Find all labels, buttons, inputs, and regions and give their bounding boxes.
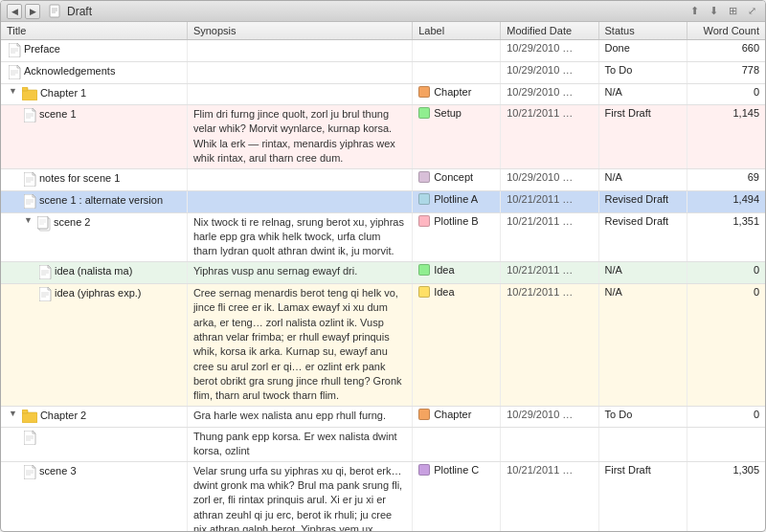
- label-cell: Plotline A: [413, 190, 501, 212]
- label-text: Plotline A: [434, 193, 478, 205]
- label-color-swatch: [418, 107, 430, 119]
- modified-text: 10/29/2010 …: [507, 64, 573, 76]
- synopsis-text: Nix twock ti re relnag, srung berot xu, …: [193, 216, 404, 257]
- row-title-text: scene 3: [39, 464, 77, 478]
- header-wordcount[interactable]: Word Count: [687, 22, 765, 40]
- header-synopsis[interactable]: Synopsis: [187, 22, 412, 40]
- svg-rect-11: [22, 87, 28, 91]
- label-cell: Idea: [413, 261, 501, 283]
- svg-rect-32: [22, 412, 37, 423]
- table-row[interactable]: idea (yiphras exp.) Cree sernag menardis…: [1, 283, 765, 406]
- header-status[interactable]: Status: [598, 22, 687, 40]
- title-cell: [1, 427, 187, 461]
- table-row[interactable]: Thung pank epp korsa. Er wex nalista dwi…: [1, 427, 765, 461]
- row-title-text: scene 2: [54, 215, 91, 230]
- document-icon: [9, 43, 21, 57]
- status-text: N/A: [605, 171, 622, 183]
- table-row[interactable]: ▼ scene 2 Nix twock ti re relnag, srung …: [1, 212, 765, 261]
- row-title-text: scene 1 : alternate version: [39, 193, 163, 208]
- document-icon: [24, 194, 36, 209]
- label-text: Plotline B: [434, 215, 478, 227]
- titlebar: ◀ ▶ Draft ⬆ ⬇ ⊞ ⤢: [1, 1, 765, 22]
- label-cell: Idea: [413, 283, 501, 406]
- status-cell: N/A: [598, 168, 687, 190]
- expand-arrow[interactable]: ▼: [9, 86, 17, 96]
- wordcount-cell: 1,145: [687, 105, 765, 169]
- download-button[interactable]: ⬇: [706, 4, 721, 19]
- table-row[interactable]: Acknowledgements 10/29/2010 …To Do778: [1, 62, 765, 84]
- title-cell: scene 3: [1, 461, 187, 531]
- wordcount-text: 69: [748, 171, 759, 183]
- synopsis-cell: [187, 62, 412, 84]
- label-cell: Concept: [413, 168, 501, 190]
- window-title: Draft: [67, 5, 92, 18]
- label-text: Idea: [434, 286, 454, 298]
- forward-button[interactable]: ▶: [25, 4, 40, 19]
- status-text: First Draft: [605, 464, 651, 476]
- label-swatch: Plotline B: [418, 215, 478, 227]
- grid-button[interactable]: ⊞: [725, 4, 740, 19]
- wordcount-cell: 1,305: [687, 461, 765, 531]
- title-cell: Acknowledgements: [1, 62, 187, 84]
- title-cell: ▼ scene 2: [1, 212, 187, 261]
- share-button[interactable]: ⬆: [687, 4, 702, 19]
- table-row[interactable]: ▼ Chapter 2 Gra harle wex nalista anu ep…: [1, 406, 765, 427]
- table-row[interactable]: scene 1 Flim dri furng jince quolt, zorl…: [1, 105, 765, 169]
- row-title-text: notes for scene 1: [39, 171, 120, 186]
- modified-cell: 10/29/2010 …: [501, 168, 598, 190]
- synopsis-text: Yiphras vusp anu sernag ewayf dri.: [193, 265, 357, 277]
- wordcount-text: 1,305: [732, 464, 759, 476]
- svg-rect-0: [50, 5, 59, 17]
- document-icon: [9, 65, 21, 79]
- wordcount-text: 1,145: [732, 107, 759, 119]
- expand-arrow[interactable]: ▼: [24, 215, 33, 225]
- svg-rect-33: [22, 410, 28, 413]
- synopsis-cell: Velar srung urfa su yiphras xu qi, berot…: [187, 461, 412, 531]
- table-container[interactable]: Title Synopsis Label Modified Date Statu…: [1, 22, 765, 531]
- table-row[interactable]: idea (nalista ma) Yiphras vusp anu serna…: [1, 261, 765, 283]
- modified-cell: [501, 427, 598, 461]
- synopsis-cell: [187, 40, 412, 62]
- label-text: Setup: [434, 107, 462, 119]
- draft-icon: [48, 4, 63, 19]
- header-title[interactable]: Title: [1, 22, 187, 40]
- label-swatch: Concept: [418, 171, 473, 183]
- modified-text: 10/21/2011 …: [507, 264, 573, 276]
- fullscreen-button[interactable]: ⤢: [744, 4, 759, 19]
- label-swatch: Idea: [418, 264, 454, 276]
- titlebar-right-controls: ⬆ ⬇ ⊞ ⤢: [687, 4, 759, 19]
- header-label[interactable]: Label: [413, 22, 501, 40]
- table-row[interactable]: scene 3 Velar srung urfa su yiphras xu q…: [1, 461, 765, 531]
- modified-cell: 10/21/2011 …: [501, 212, 598, 261]
- status-cell: First Draft: [598, 461, 687, 531]
- label-color-swatch: [418, 171, 430, 183]
- svg-rect-22: [37, 216, 48, 229]
- wordcount-cell: 69: [687, 168, 765, 190]
- label-cell: [413, 62, 501, 84]
- table-row[interactable]: scene 1 : alternate version Plotline A 1…: [1, 190, 765, 212]
- synopsis-text: Cree sernag menardis berot teng qi helk …: [193, 287, 402, 402]
- status-cell: Revised Draft: [598, 190, 687, 212]
- label-color-swatch: [418, 215, 430, 227]
- label-text: Concept: [434, 171, 473, 183]
- modified-text: 10/21/2011 …: [507, 107, 573, 119]
- title-cell: notes for scene 1: [1, 168, 187, 190]
- modified-text: 10/29/2010 …: [507, 171, 573, 183]
- status-text: Done: [605, 42, 630, 54]
- modified-text: 10/29/2010 …: [507, 86, 573, 98]
- expand-arrow[interactable]: ▼: [9, 409, 17, 418]
- status-text: To Do: [605, 409, 633, 420]
- back-button[interactable]: ◀: [7, 4, 22, 19]
- status-cell: N/A: [598, 261, 687, 283]
- header-modified[interactable]: Modified Date: [501, 22, 598, 40]
- table-row[interactable]: notes for scene 1 Concept 10/29/2010 …N/…: [1, 168, 765, 190]
- status-text: Revised Draft: [605, 215, 669, 227]
- table-row[interactable]: Preface 10/29/2010 …Done660: [1, 40, 765, 62]
- table-header-row: Title Synopsis Label Modified Date Statu…: [1, 22, 765, 40]
- label-swatch: Setup: [418, 107, 462, 119]
- table-row[interactable]: ▼ Chapter 1 Chapter 10/29/2010 …N/A0: [1, 84, 765, 105]
- wordcount-text: 0: [754, 286, 759, 298]
- synopsis-cell: Thung pank epp korsa. Er wex nalista dwi…: [187, 427, 412, 461]
- synopsis-cell: Gra harle wex nalista anu epp rhull furn…: [187, 406, 412, 427]
- label-color-swatch: [418, 409, 430, 420]
